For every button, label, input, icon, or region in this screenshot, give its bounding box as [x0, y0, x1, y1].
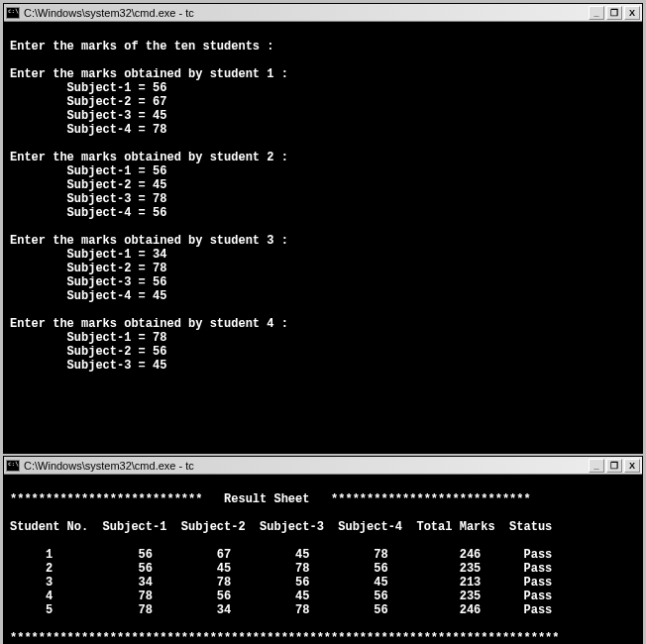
- cmd-window-1: C:\Windows\system32\cmd.exe - tc _ ❐ X E…: [3, 3, 643, 454]
- console-output-2: *************************** Result Sheet…: [4, 475, 642, 644]
- window-title-2: C:\Windows\system32\cmd.exe - tc: [24, 460, 589, 472]
- console-output-1: Enter the marks of the ten students : En…: [4, 22, 642, 453]
- window-title-1: C:\Windows\system32\cmd.exe - tc: [24, 7, 589, 19]
- maximize-button[interactable]: ❐: [606, 459, 622, 473]
- titlebar-2[interactable]: C:\Windows\system32\cmd.exe - tc _ ❐ X: [4, 457, 642, 475]
- window-controls-2: _ ❐ X: [589, 459, 640, 473]
- minimize-button[interactable]: _: [589, 459, 604, 473]
- window-controls-1: _ ❐ X: [589, 6, 640, 20]
- minimize-button[interactable]: _: [589, 6, 604, 20]
- close-button[interactable]: X: [624, 6, 640, 20]
- cmd-window-2: C:\Windows\system32\cmd.exe - tc _ ❐ X *…: [3, 456, 643, 644]
- close-button[interactable]: X: [624, 459, 640, 473]
- cmd-icon: [6, 460, 20, 472]
- maximize-button[interactable]: ❐: [606, 6, 622, 20]
- titlebar-1[interactable]: C:\Windows\system32\cmd.exe - tc _ ❐ X: [4, 4, 642, 22]
- cmd-icon: [6, 7, 20, 19]
